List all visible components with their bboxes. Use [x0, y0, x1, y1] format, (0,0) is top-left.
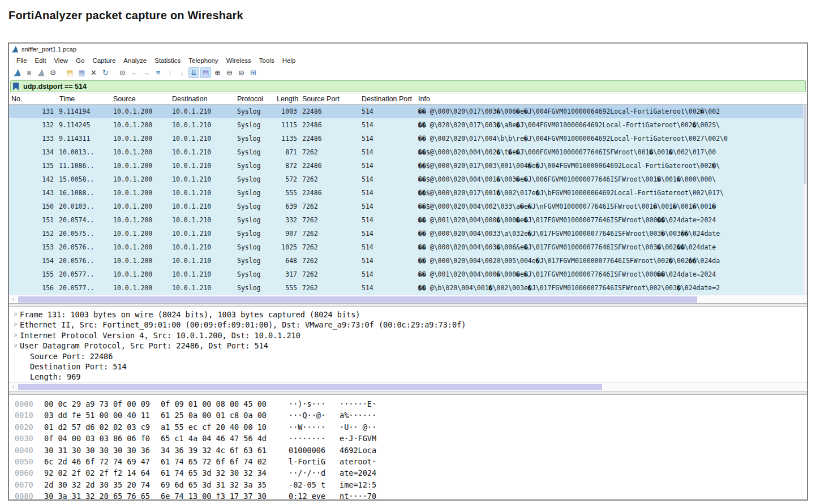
menu-view[interactable]: View — [50, 57, 72, 64]
table-row[interactable]: 14316.1088..10.0.1.20010.0.1.210Syslog55… — [9, 186, 807, 200]
table-row[interactable]: 15320.0576..10.0.1.20010.0.1.210Syslog10… — [9, 240, 807, 254]
table-row[interactable]: 15020.0103..10.0.1.20010.0.1.210Syslog63… — [9, 200, 807, 213]
column-header-protocol[interactable]: Protocol — [234, 95, 274, 103]
scroll-track[interactable] — [18, 384, 807, 391]
ascii-bytes: ··W····· — [289, 421, 333, 433]
packet-list-header: No.TimeSourceDestinationProtocolLengthSo… — [9, 93, 807, 105]
save-file-icon[interactable]: ▦ — [76, 67, 87, 78]
open-file-icon[interactable]: ▤ — [65, 67, 75, 78]
table-row[interactable]: 14215.0058..10.0.1.20010.0.1.210Syslog57… — [9, 173, 807, 186]
detail-line[interactable]: >Ethernet II, Src: Fortinet_09:01:00 (00… — [11, 320, 807, 330]
table-row[interactable]: 15120.0574..10.0.1.20010.0.1.210Syslog33… — [9, 213, 807, 227]
menu-capture[interactable]: Capture — [88, 57, 119, 64]
hex-row[interactable]: 00506c 2d 46 6f 72 74 69 4761 74 65 72 6… — [15, 456, 807, 467]
go-to-bottom-icon[interactable]: ↓ — [177, 67, 187, 78]
go-back-icon[interactable]: ← — [129, 67, 140, 78]
menu-statistics[interactable]: Statistics — [151, 57, 184, 64]
menu-go[interactable]: Go — [72, 57, 88, 64]
detail-line[interactable]: >Frame 131: 1003 bytes on wire (8024 bit… — [11, 309, 807, 320]
table-row[interactable]: 1319.11419410.0.1.20010.0.1.210Syslog100… — [9, 105, 807, 118]
table-row[interactable]: 15520.0577..10.0.1.20010.0.1.210Syslog31… — [9, 268, 807, 281]
scroll-track[interactable] — [18, 296, 807, 303]
table-row[interactable]: 15220.0575..10.0.1.20010.0.1.210Syslog90… — [9, 227, 807, 240]
colorize-icon[interactable]: ▤ — [200, 67, 211, 78]
scroll-thumb[interactable] — [18, 384, 602, 390]
menu-help[interactable]: Help — [278, 57, 300, 64]
menu-wireless[interactable]: Wireless — [222, 57, 255, 64]
detail-line[interactable]: >Internet Protocol Version 4, Src: 10.0.… — [11, 330, 807, 341]
hex-row[interactable]: 000000 0c 29 a9 73 0f 00 090f 09 01 00 0… — [15, 398, 807, 410]
hex-row[interactable]: 002001 d2 57 d6 02 02 03 c9a1 55 ec cf 2… — [15, 421, 807, 433]
stop-capture-icon[interactable]: ■ — [24, 67, 35, 78]
hex-row[interactable]: 004030 31 30 30 30 30 30 3634 36 39 32 4… — [15, 445, 807, 456]
table-row[interactable]: 15420.0576..10.0.1.20010.0.1.210Syslog64… — [9, 254, 807, 268]
column-header-destination[interactable]: Destination — [169, 95, 234, 103]
zoom-reset-icon[interactable]: ⊜ — [236, 67, 247, 78]
zoom-in-icon[interactable]: ⊕ — [212, 67, 223, 78]
column-header-info[interactable]: Info — [415, 95, 807, 103]
cell-length: 907 — [274, 230, 299, 238]
vertical-scroll-thumb[interactable] — [804, 105, 806, 184]
find-packet-icon[interactable]: ⊙ — [117, 67, 128, 78]
go-forward-icon[interactable]: → — [141, 67, 152, 78]
scroll-left-arrow-icon[interactable]: ‹ — [9, 383, 18, 391]
details-horizontal-scrollbar[interactable]: ‹ — [9, 382, 807, 391]
menu-analyze[interactable]: Analyze — [119, 57, 151, 64]
column-header-length[interactable]: Length — [274, 95, 299, 103]
go-to-top-icon[interactable]: ↑ — [165, 67, 175, 78]
zoom-out-icon[interactable]: ⊖ — [224, 67, 235, 78]
table-row[interactable]: 13410.0013..10.0.1.20010.0.1.210Syslog87… — [9, 145, 807, 159]
table-row[interactable]: 1339.11431110.0.1.20010.0.1.210Syslog113… — [9, 132, 807, 145]
start-capture-icon[interactable] — [12, 67, 23, 78]
auto-scroll-icon[interactable]: ⇊ — [188, 67, 199, 78]
resize-columns-icon[interactable]: ⊞ — [248, 67, 259, 78]
detail-line[interactable]: vUser Datagram Protocol, Src Port: 22486… — [11, 341, 807, 351]
packet-list-vertical-scrollbar[interactable] — [803, 105, 807, 295]
cell-destination: 10.0.1.210 — [169, 121, 234, 129]
ascii-bytes: e·J·FGVM — [340, 433, 384, 444]
hex-row[interactable]: 00300f 04 00 03 03 86 06 f065 c1 4a 04 4… — [15, 433, 807, 444]
scroll-thumb[interactable] — [18, 296, 697, 303]
column-header-destination-port[interactable]: Destination Port — [359, 95, 415, 103]
restart-capture-icon[interactable] — [36, 67, 46, 78]
collapse-arrow-icon[interactable]: v — [11, 341, 20, 351]
expand-arrow-icon[interactable]: > — [11, 330, 20, 341]
table-row[interactable]: 1329.11424510.0.1.20010.0.1.210Syslog111… — [9, 118, 807, 132]
table-row[interactable]: 13511.1086..10.0.1.20010.0.1.210Syslog87… — [9, 159, 807, 173]
scroll-left-arrow-icon[interactable]: ‹ — [9, 295, 18, 303]
reload-file-icon[interactable]: ↻ — [100, 67, 111, 78]
detail-line[interactable]: Destination Port: 514 — [11, 361, 807, 372]
cell-info: ��$@\000\020\017\001�\002\017e�J\bFGVM01… — [415, 189, 807, 197]
detail-line[interactable]: Source Port: 22486 — [11, 351, 807, 361]
hex-row[interactable]: 008030 3a 31 32 20 65 76 656e 74 13 00 f… — [15, 490, 807, 499]
column-header-source-port[interactable]: Source Port — [299, 95, 359, 103]
column-header-time[interactable]: Time — [57, 95, 110, 103]
ascii-bytes: ······E· — [340, 398, 384, 410]
menu-file[interactable]: File — [12, 57, 31, 64]
hex-row[interactable]: 006092 02 2f 02 2f f2 14 6461 74 65 3d 3… — [15, 467, 807, 479]
go-to-packet-icon[interactable]: ≡ — [153, 67, 164, 78]
menu-telephony[interactable]: Telephony — [184, 57, 222, 64]
capture-options-icon[interactable]: ⚙ — [48, 67, 58, 78]
display-filter-input[interactable]: udp.dstport == 514 — [10, 80, 806, 92]
cell-no: 135 — [9, 162, 57, 170]
packet-list-horizontal-scrollbar[interactable]: ‹ — [9, 295, 807, 303]
cell-src_port: 7262 — [299, 216, 359, 224]
pane-splitter[interactable] — [9, 391, 807, 395]
filter-bookmark-icon[interactable] — [13, 83, 19, 91]
cell-info: �� @\b\020\004\001�\002\003e�J\017FGVM01… — [415, 284, 807, 292]
menu-edit[interactable]: Edit — [31, 57, 50, 64]
menu-tools[interactable]: Tools — [255, 57, 278, 64]
detail-line[interactable]: Length: 969 — [11, 372, 807, 382]
hex-row[interactable]: 00702d 30 32 2d 30 35 20 7469 6d 65 3d 3… — [15, 479, 807, 490]
toolbar-separator — [59, 67, 64, 78]
expand-arrow-icon[interactable]: > — [11, 309, 20, 320]
column-header-source[interactable]: Source — [110, 95, 169, 103]
cell-source: 10.0.1.200 — [110, 135, 169, 143]
ascii-bytes: ··/·/··d — [289, 467, 333, 479]
close-file-icon[interactable]: ✕ — [88, 67, 99, 78]
expand-arrow-icon[interactable]: > — [11, 320, 20, 330]
hex-row[interactable]: 001003 dd fe 51 00 00 40 1161 25 0a 00 0… — [15, 410, 807, 421]
column-header-no[interactable]: No. — [9, 95, 57, 103]
table-row[interactable]: 15620.0577..10.0.1.20010.0.1.210Syslog55… — [9, 281, 807, 295]
